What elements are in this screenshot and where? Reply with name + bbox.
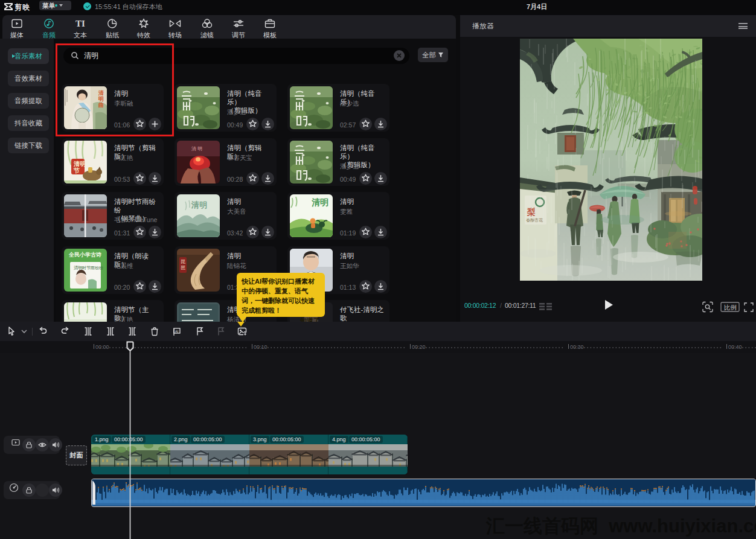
svg-text:比例: 比例 — [724, 304, 737, 311]
svg-text:AI: AI — [175, 330, 179, 333]
svg-text:清明: 清明 — [191, 200, 207, 209]
svg-text:节: 节 — [73, 167, 80, 174]
svg-text:清明时节雨纷纷: 清明时节雨纷纷 — [74, 266, 103, 270]
svg-text:清明: 清明 — [73, 161, 86, 167]
svg-text:全民小学古诗: 全民小学古诗 — [68, 252, 101, 258]
svg-text:清明: 清明 — [312, 197, 328, 207]
svg-text:清 明: 清 明 — [191, 146, 202, 151]
svg-text:琵: 琵 — [181, 259, 185, 264]
svg-text:琶: 琶 — [181, 265, 185, 270]
svg-text:TI: TI — [75, 19, 85, 28]
